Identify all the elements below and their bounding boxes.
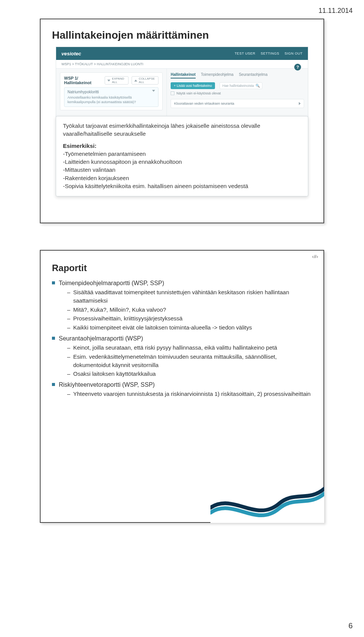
page-number: 6 xyxy=(348,621,353,630)
callout-body: -Työmenetelmien parantamiseen -Laitteide… xyxy=(63,151,248,189)
sub-item: Keinot, joilla seurataan, että riski pys… xyxy=(67,344,312,352)
sub-item: Osaksi laitoksen käyttötarkkailua xyxy=(67,370,312,378)
tabs: Hallintakeinot Toimenpideohjelma Seurant… xyxy=(171,72,304,78)
bullet-item: Seurantaohjelmaraportti (WSP) Keinot, jo… xyxy=(52,334,312,378)
app-topbar: vesiotec TEST USER SETTINGS SIGN OUT xyxy=(56,47,308,60)
report-list: Toimenpideohjelmaraportti (WSP, SSP) Sis… xyxy=(52,279,312,398)
page: 11.11.2014 Hallintakeinojen määrittämine… xyxy=(0,0,364,637)
checkbox-icon[interactable] xyxy=(171,91,174,95)
sub-item: Esim. vedenkäsittelymenetelmän toimivuud… xyxy=(67,353,312,369)
topbar-signout[interactable]: SIGN OUT xyxy=(284,52,303,55)
slide-1: Hallintakeinojen määrittäminen vesiotec … xyxy=(40,19,324,223)
expand-all-button[interactable]: EXPAND ALL xyxy=(105,76,129,85)
header-date: 11.11.2014 xyxy=(11,7,353,15)
slide-number-placeholder: ‹#› xyxy=(312,254,318,259)
app-topbar-right: TEST USER SETTINGS SIGN OUT xyxy=(235,52,303,55)
callout-p1: Työkalut tarjoavat esimerkkihallintakein… xyxy=(63,122,301,138)
topbar-settings[interactable]: SETTINGS xyxy=(260,52,279,55)
sub-item: Yhteenveto vaarojen tunnistuksesta ja ri… xyxy=(67,390,312,398)
chevron-down-icon xyxy=(107,80,110,82)
slide-1-title: Hallintakeinojen määrittäminen xyxy=(52,29,312,41)
tab-seurantaohjelma[interactable]: Seurantaohjelma xyxy=(239,72,268,78)
help-icon[interactable]: ? xyxy=(294,64,301,71)
filter-checkbox-row[interactable]: Näytä vain ei-käytössä olevat xyxy=(171,91,304,95)
tab-toimenpideohjelma[interactable]: Toimenpideohjelma xyxy=(201,72,234,78)
subcard[interactable]: Natriumhypokloritti Annostellaanko kemik… xyxy=(64,87,158,107)
slide-2: ‹#› Raportit Toimenpideohjelmaraportti (… xyxy=(40,250,324,523)
checkbox-label: Näytä vain ei-käytössä olevat xyxy=(176,91,221,95)
bullet-item: Riskiyhteenvetoraportti (WSP, SSP) Yhtee… xyxy=(52,380,312,398)
topbar-user[interactable]: TEST USER xyxy=(235,52,256,55)
list-item[interactable]: Kloorattavan veden virtauksen seuranta xyxy=(171,99,304,108)
collapse-all-button[interactable]: COLLAPSE ALL xyxy=(132,76,158,85)
chevron-right-icon xyxy=(299,102,301,105)
sub-item: Sisältää vaadittavat toimenpiteet tunnis… xyxy=(67,288,312,305)
breadcrumb: WSP1 > TYÖKALUT > HALLINTAKEINOJEN LUONT… xyxy=(56,60,308,69)
add-hallintakeino-button[interactable]: + Lisää uusi hallintakeino xyxy=(171,82,215,89)
subcard-title: Natriumhypokloritti xyxy=(67,90,155,94)
callout-head: Esimerkiksi: xyxy=(63,143,96,149)
callout-p2: Esimerkiksi: -Työmenetelmien parantamise… xyxy=(63,142,301,190)
slide-2-title: Raportit xyxy=(52,263,312,273)
tab-hallintakeinot[interactable]: Hallintakeinot xyxy=(171,72,196,78)
chevron-down-icon xyxy=(134,80,137,82)
sub-item: Kaikki toimenpiteet eivät ole laitoksen … xyxy=(67,323,312,332)
bullet-item: Toimenpideohjelmaraportti (WSP, SSP) Sis… xyxy=(52,279,312,332)
subcard-text: Annostellaanko kemikaalia käsikäyttöisel… xyxy=(67,96,155,104)
app-logo: vesiotec xyxy=(61,51,81,56)
search-input[interactable]: Hae hallintakeinoista 🔍 xyxy=(220,82,262,89)
callout-box: Työkalut tarjoavat esimerkkihallintakein… xyxy=(56,116,308,196)
wave-decoration xyxy=(210,481,324,523)
card-title: WSP 1/ Hallintakeinot xyxy=(64,76,99,85)
sub-item: Mitä?, Kuka?, Milloin?, Kuka valvoo? xyxy=(67,306,312,314)
search-icon: 🔍 xyxy=(256,84,260,88)
sub-item: Prosessivaiheittain, kriittisyysjärjesty… xyxy=(67,314,312,323)
chevron-down-icon xyxy=(152,90,155,92)
